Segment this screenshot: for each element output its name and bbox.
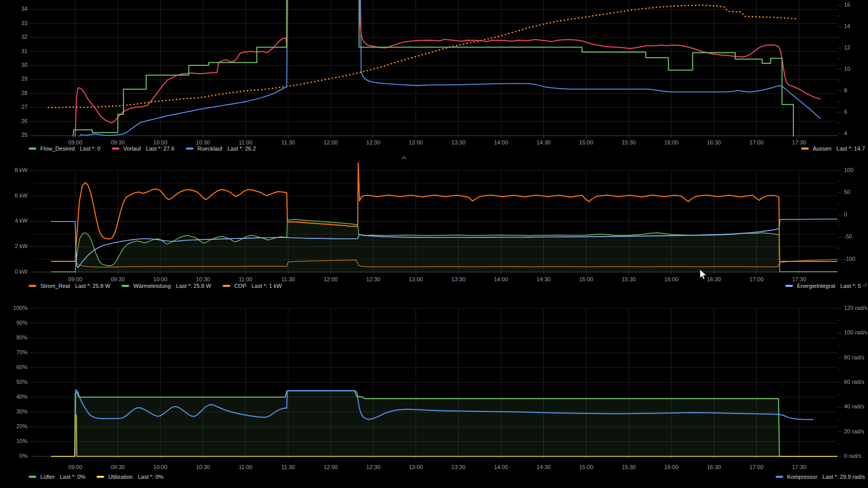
legend-series-name: Lüfter xyxy=(40,474,55,480)
y-left-tick-label: 30 xyxy=(21,62,28,68)
x-tick-label: 17:30 xyxy=(792,464,806,470)
legend-series-name: Vorlauf xyxy=(124,145,141,152)
series-fill-Lüfter xyxy=(51,391,837,457)
charts-canvas[interactable]: 09:0009:3010:0010:3011:0011:3012:0012:30… xyxy=(0,0,868,488)
y-left-tick-label: 25 xyxy=(21,132,28,138)
legend-last-value: Last *: 1 kW xyxy=(251,283,281,289)
legend-color-swatch xyxy=(801,148,809,150)
x-tick-label: 09:30 xyxy=(111,464,125,470)
legend-last-value: Last *: 27.6 xyxy=(146,145,175,152)
x-tick-label: 16:00 xyxy=(664,139,679,145)
x-tick-label: 11:00 xyxy=(239,276,253,282)
x-tick-label: 13:00 xyxy=(409,276,423,282)
y-left-tick-label: 33 xyxy=(21,20,28,26)
legend-power-left: Strom_RealLast *: 25.8 WWärmeleistungLas… xyxy=(29,282,282,289)
x-tick-label: 11:30 xyxy=(281,139,295,145)
x-tick-label: 10:30 xyxy=(196,464,210,470)
legend-series-name: Wärmeleistung xyxy=(133,283,171,289)
y-right-tick-label: 120 rad/s xyxy=(844,305,867,311)
x-tick-label: 14:00 xyxy=(494,139,508,145)
legend-item-Lüfter[interactable]: LüfterLast *: 0% xyxy=(29,474,85,480)
y-left-tick-label: 34 xyxy=(21,6,28,12)
legend-item-Utilization[interactable]: UtilizationLast *: 0% xyxy=(97,474,163,480)
x-tick-label: 17:00 xyxy=(750,139,764,145)
legend-item-Kompressor[interactable]: KompressorLast *: 29.9 rad/s xyxy=(776,474,865,480)
series-Vorlauf xyxy=(75,0,820,137)
legend-power-right: EnergieIntegralLast *: 5 xyxy=(785,282,861,289)
x-tick-label: 15:30 xyxy=(622,139,636,145)
y-right-tick-label: 80 rad/s xyxy=(844,354,864,360)
x-tick-label: 14:30 xyxy=(537,276,551,282)
legend-item-COP[interactable]: COPLast *: 1 kW xyxy=(223,283,282,289)
panel-resize-glyph[interactable]: ◿ xyxy=(863,282,866,287)
panel-caret-icon[interactable] xyxy=(402,157,406,159)
x-tick-label: 09:00 xyxy=(68,276,83,282)
y-right-tick-label: -50 xyxy=(844,233,852,239)
x-tick-label: 09:00 xyxy=(68,464,83,470)
y-right-tick-label: -100 xyxy=(844,256,855,262)
y-left-tick-label: 31 xyxy=(21,48,28,54)
legend-series-name: Flow_Desired xyxy=(40,145,75,152)
x-tick-label: 14:30 xyxy=(537,139,551,145)
legend-series-name: EnergieIntegral xyxy=(797,283,835,289)
legend-item-Flow_Desired[interactable]: Flow_DesiredLast *: 0 xyxy=(29,145,101,152)
x-tick-label: 17:00 xyxy=(750,276,764,282)
legend-color-swatch xyxy=(97,476,104,478)
y-right-tick-label: 6 xyxy=(844,109,847,115)
legend-series-name: COP xyxy=(234,283,247,289)
legend-last-value: Last *: 25.8 W xyxy=(75,283,110,289)
y-right-tick-label: 40 rad/s xyxy=(844,403,864,409)
y-right-tick-label: 10 xyxy=(844,66,850,72)
y-left-tick-label: 0% xyxy=(19,453,28,459)
y-left-tick-label: 8 kW xyxy=(15,167,28,173)
legend-last-value: Last *: 0% xyxy=(60,474,85,480)
legend-color-swatch xyxy=(223,285,230,287)
x-tick-label: 16:30 xyxy=(707,464,721,470)
legend-temperatures-left: Flow_DesiredLast *: 0VorlaufLast *: 27.6… xyxy=(29,145,256,152)
y-right-tick-label: 4 xyxy=(844,130,847,136)
legend-last-value: Last *: 0 xyxy=(80,145,100,152)
x-tick-label: 10:00 xyxy=(153,464,167,470)
x-tick-label: 13:00 xyxy=(409,139,423,145)
y-left-tick-label: 4 kW xyxy=(15,217,28,224)
x-tick-label: 15:30 xyxy=(622,276,636,282)
legend-color-swatch xyxy=(29,285,36,287)
legend-temperatures-right: AussenLast *: 14.7 xyxy=(801,145,865,152)
x-tick-label: 12:00 xyxy=(324,139,338,145)
legend-last-value: Last *: 0% xyxy=(138,474,163,480)
series-Ruecklauf xyxy=(80,0,821,137)
legend-series-name: Ruecklauf xyxy=(198,145,223,152)
legend-item-EnergieIntegral[interactable]: EnergieIntegralLast *: 5 xyxy=(785,283,861,289)
legend-item-Wärmeleistung[interactable]: WärmeleistungLast *: 25.8 W xyxy=(122,283,211,289)
x-tick-label: 12:30 xyxy=(366,464,380,470)
y-right-tick-label: 12 xyxy=(844,44,850,51)
y-left-tick-label: 2 kW xyxy=(15,243,28,249)
y-left-tick-label: 29 xyxy=(21,76,28,82)
legend-series-name: Utilization xyxy=(108,474,133,480)
legend-item-Ruecklauf[interactable]: RuecklaufLast *: 26.2 xyxy=(186,145,256,152)
legend-item-Strom_Real[interactable]: Strom_RealLast *: 25.8 W xyxy=(29,283,110,289)
legend-percent-left: LüfterLast *: 0%UtilizationLast *: 0% xyxy=(29,473,163,480)
legend-item-Aussen[interactable]: AussenLast *: 14.7 xyxy=(801,145,865,152)
legend-item-Vorlauf[interactable]: VorlaufLast *: 27.6 xyxy=(112,145,175,152)
y-left-tick-label: 90% xyxy=(16,320,28,326)
x-tick-label: 16:00 xyxy=(664,464,679,470)
y-right-tick-label: 8 xyxy=(844,87,847,93)
legend-color-swatch xyxy=(776,476,783,478)
x-tick-label: 15:00 xyxy=(579,139,593,145)
y-right-tick-label: 20 rad/s xyxy=(844,428,864,434)
x-tick-label: 13:30 xyxy=(451,464,466,470)
y-left-tick-label: 26 xyxy=(21,118,28,124)
x-tick-label: 12:00 xyxy=(324,276,338,282)
x-tick-label: 11:00 xyxy=(239,464,253,470)
y-right-tick-label: 50 xyxy=(844,189,850,195)
y-left-tick-label: 70% xyxy=(16,349,28,355)
x-tick-label: 14:00 xyxy=(494,464,508,470)
legend-last-value: Last *: 25.8 W xyxy=(176,283,211,289)
legend-last-value: Last *: 5 xyxy=(840,283,861,289)
x-tick-label: 15:00 xyxy=(579,464,593,470)
legend-series-name: Aussen xyxy=(813,145,832,152)
legend-series-name: Kompressor xyxy=(787,474,817,480)
x-tick-label: 13:30 xyxy=(451,139,466,145)
y-right-tick-label: 0 rad/s xyxy=(844,453,861,459)
